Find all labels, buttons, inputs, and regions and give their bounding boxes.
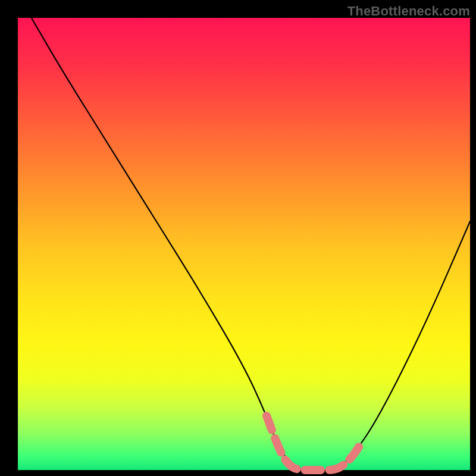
- bottleneck-chart: [0, 0, 476, 476]
- chart-stage: TheBottleneck.com: [0, 0, 476, 476]
- watermark-label: TheBottleneck.com: [347, 4, 470, 19]
- gradient-plot-area: [18, 18, 470, 470]
